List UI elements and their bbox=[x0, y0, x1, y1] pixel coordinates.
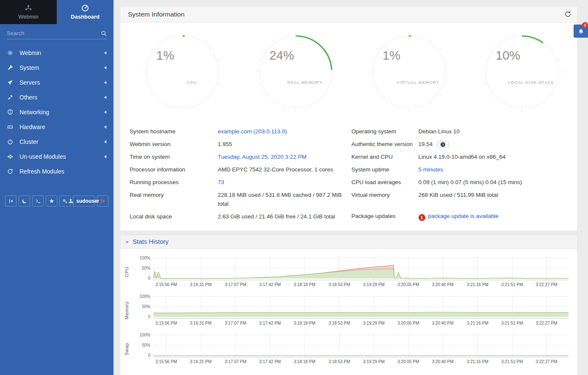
cpu-chart-label: CPU bbox=[120, 256, 133, 289]
sidebar: Webmin Dashboard WebminSystemServersOthe… bbox=[0, 0, 114, 375]
user-icon bbox=[69, 199, 74, 204]
sidebar-item-others[interactable]: Others bbox=[0, 90, 114, 105]
info-value[interactable]: 5 minutes bbox=[419, 165, 444, 174]
logged-in-user: sudouser bbox=[76, 198, 99, 204]
sidebar-item-label: Cluster bbox=[19, 138, 38, 145]
main-content: System Information 1% CPU 24% REAL MEMOR… bbox=[114, 0, 588, 375]
info-value: AMD EPYC 7542 32-Core Processor, 1 cores bbox=[218, 165, 333, 174]
sidebar-item-label: System bbox=[19, 64, 39, 71]
sidebar-item-label: Un-used Modules bbox=[19, 153, 66, 160]
search-input[interactable] bbox=[7, 30, 101, 36]
theme-info-button[interactable]: i bbox=[437, 141, 449, 148]
sidebar-menu: WebminSystemServersOthersNetworkingHardw… bbox=[0, 45, 114, 179]
gauge-local-disk-space: 10% LOCAL DISK SPACE bbox=[482, 32, 562, 112]
gears-icon bbox=[62, 199, 68, 204]
sidebar-item-label: Servers bbox=[19, 79, 40, 86]
favorites-button[interactable] bbox=[46, 196, 57, 207]
swap-chart-plot bbox=[153, 333, 569, 357]
sidebar-item-label: Webmin bbox=[19, 50, 41, 56]
sidebar-item-servers[interactable]: Servers bbox=[0, 75, 114, 90]
gear-icon bbox=[7, 50, 14, 56]
info-label: Webmin version bbox=[130, 140, 218, 149]
y-axis-labels: 100%50%0 bbox=[133, 333, 153, 366]
tab-dashboard-label: Dashboard bbox=[71, 14, 100, 20]
sidebar-item-networking[interactable]: Networking bbox=[0, 105, 114, 119]
info-value[interactable]: example.com (203.0.113.0) bbox=[218, 127, 287, 136]
page-title: System Information bbox=[128, 11, 185, 18]
modules-icon bbox=[7, 154, 14, 160]
tools-icon bbox=[7, 94, 14, 100]
tab-webmin-label: Webmin bbox=[18, 14, 38, 20]
info-value: 2.63 GiB used / 21.46 GiB free / 24.1 Gi… bbox=[218, 212, 335, 221]
info-row-local-disk-space: Local disk space2.63 GiB used / 21.46 Gi… bbox=[130, 210, 347, 223]
user-button[interactable]: sudouser bbox=[73, 196, 95, 207]
system-information-header: System Information bbox=[120, 6, 577, 22]
swap-chart: Swap100%50%03:15:56 PM3:16:31 PM3:17:07 … bbox=[120, 333, 577, 366]
search-icon[interactable] bbox=[101, 30, 107, 36]
logout-icon bbox=[100, 199, 105, 204]
x-axis-labels: 3:15:56 PM3:16:31 PM3:17:07 PM3:17:42 PM… bbox=[153, 280, 569, 289]
swap-chart-label: Swap bbox=[120, 333, 133, 366]
refresh-icon bbox=[564, 11, 571, 18]
info-label: System uptime bbox=[352, 165, 419, 174]
gauge-value: 10% bbox=[496, 49, 520, 63]
system-info-table: System hostnameexample.com (203.0.113.0)… bbox=[120, 112, 577, 231]
info-label: Kernel and CPU bbox=[352, 152, 419, 161]
logout-button[interactable] bbox=[97, 196, 108, 207]
tab-webmin[interactable]: Webmin bbox=[0, 0, 57, 24]
sidebar-item-system[interactable]: System bbox=[0, 60, 114, 75]
info-label: System hostname bbox=[130, 127, 218, 136]
sidebar-toolbar: sudouser bbox=[5, 196, 108, 207]
info-column-right: Operating systemDebian Linux 10Authentic… bbox=[352, 125, 569, 223]
sidebar-item-label: Networking bbox=[19, 109, 49, 116]
info-value: 228.18 MiB used / 531.8 MiB cached / 987… bbox=[218, 190, 347, 208]
gauge-value: 24% bbox=[269, 49, 294, 63]
info-row-system-hostname: System hostnameexample.com (203.0.113.0) bbox=[130, 125, 347, 138]
info-icon: i bbox=[441, 142, 445, 147]
info-label: Package updates bbox=[352, 212, 419, 221]
collapse-icon bbox=[8, 199, 14, 204]
info-label: Local disk space bbox=[130, 212, 218, 221]
night-mode-button[interactable] bbox=[19, 196, 30, 207]
sidebar-item-webmin[interactable]: Webmin bbox=[0, 45, 114, 60]
info-row-kernel-and-cpu: Kernel and CPULinux 4.19.0-10-amd64 on x… bbox=[352, 150, 569, 163]
sidebar-tabs: Webmin Dashboard bbox=[0, 0, 114, 24]
info-label: Processor information bbox=[130, 165, 218, 174]
info-row-running-processes: Running processes73 bbox=[130, 176, 347, 188]
sidebar-item-label: Refresh Modules bbox=[19, 168, 64, 175]
gauge-label: VIRTUAL MEMORY bbox=[389, 80, 448, 85]
info-column-left: System hostnameexample.com (203.0.113.0)… bbox=[130, 125, 347, 223]
gauge-label: CPU bbox=[163, 80, 222, 85]
send-icon bbox=[7, 80, 14, 85]
info-label: Running processes bbox=[130, 178, 218, 187]
sidebar-item-cluster[interactable]: Cluster bbox=[0, 134, 114, 149]
info-value[interactable]: Tuesday, August 25, 2020 3:22 PM bbox=[218, 152, 306, 161]
wrench-icon bbox=[7, 65, 14, 71]
terminal-icon bbox=[36, 199, 41, 204]
info-label: CPU load averages bbox=[352, 178, 419, 187]
notifications-button[interactable]: 1 bbox=[574, 25, 588, 38]
stats-charts: CPU100%50%03:15:56 PM3:16:31 PM3:17:07 P… bbox=[120, 249, 577, 375]
gauge-label: REAL MEMORY bbox=[276, 80, 335, 85]
refresh-button[interactable] bbox=[564, 11, 571, 18]
sidebar-item-label: Others bbox=[19, 94, 37, 101]
terminal-button[interactable] bbox=[32, 196, 44, 207]
sidebar-item-hardware[interactable]: Hardware bbox=[0, 119, 114, 134]
stats-history-header[interactable]: Stats History bbox=[120, 235, 577, 249]
package-count-badge: 1 bbox=[419, 214, 425, 221]
system-information-panel: System Information 1% CPU 24% REAL MEMOR… bbox=[120, 6, 578, 231]
collapse-sidebar-button[interactable] bbox=[5, 196, 17, 207]
power-icon bbox=[7, 139, 14, 145]
info-label: Operating system bbox=[352, 127, 419, 136]
gauges-row: 1% CPU 24% REAL MEMORY 1% VIRTUAL MEMORY… bbox=[120, 22, 577, 112]
submenu-caret-icon bbox=[104, 66, 106, 69]
sidebar-item-refresh-modules[interactable]: Refresh Modules bbox=[0, 164, 114, 179]
tab-dashboard[interactable]: Dashboard bbox=[57, 0, 114, 24]
sidebar-item-label: Hardware bbox=[19, 124, 45, 130]
info-value[interactable]: 1package update is available bbox=[419, 212, 499, 221]
info-value[interactable]: 73 bbox=[218, 178, 224, 187]
info-value: 0.09 (1 min) 0.07 (5 mins) 0.04 (15 mins… bbox=[419, 178, 522, 187]
memory-chart-plot bbox=[153, 294, 569, 319]
sidebar-item-un-used-modules[interactable]: Un-used Modules bbox=[0, 149, 114, 164]
moon-icon bbox=[22, 199, 27, 204]
